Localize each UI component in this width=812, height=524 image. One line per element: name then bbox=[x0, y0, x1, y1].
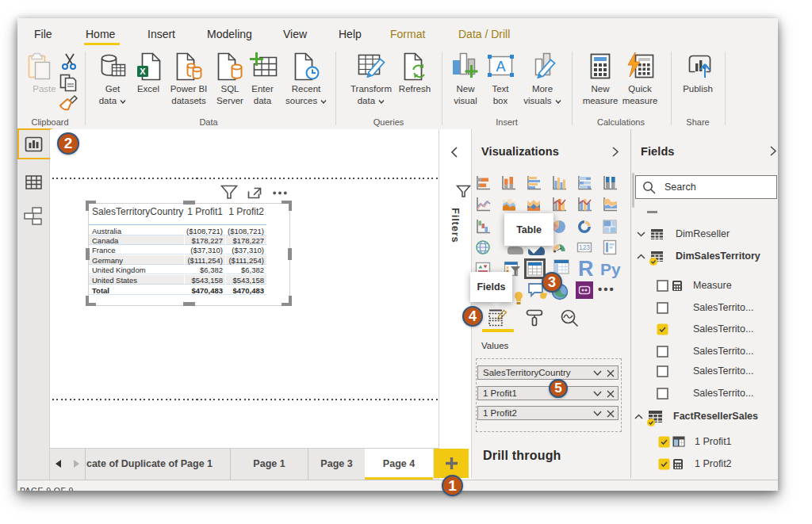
svg-text:X: X bbox=[140, 67, 146, 76]
svg-text:A: A bbox=[496, 59, 505, 75]
svg-text:123: 123 bbox=[579, 243, 590, 251]
